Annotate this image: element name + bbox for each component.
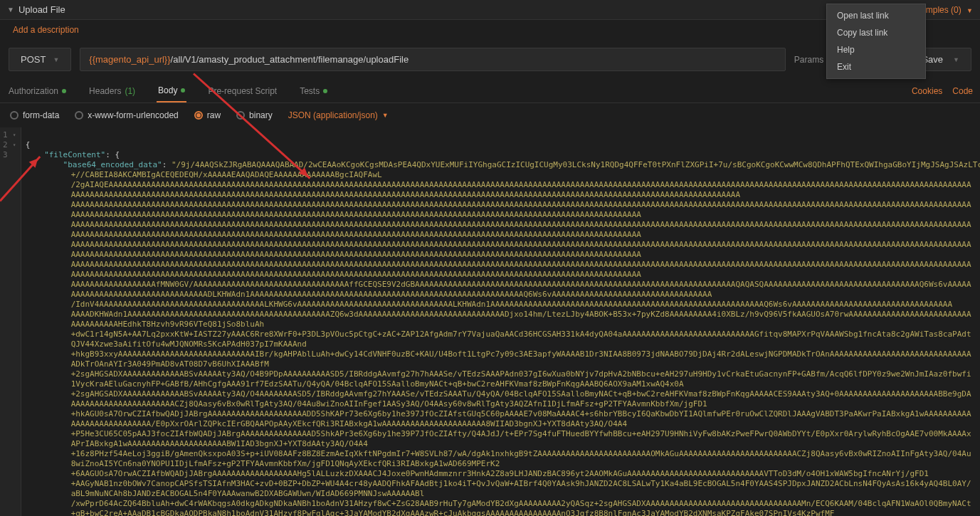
- radio-raw[interactable]: raw: [194, 110, 221, 120]
- json-editor[interactable]: 1▾ 2▾ 3 { "fileContent": { "base64_encod…: [0, 127, 980, 516]
- url-variable: {{magento_api_url}}: [89, 54, 170, 65]
- code-link[interactable]: Code: [952, 86, 973, 96]
- chevron-down-icon: ▼: [53, 56, 59, 63]
- radio-urlencoded[interactable]: x-www-form-urlencoded: [75, 110, 178, 120]
- context-menu: Open last link Copy last link Help Exit: [826, 4, 926, 79]
- tab-prerequest[interactable]: Pre-request Script: [206, 80, 278, 102]
- status-dot-icon: [181, 88, 185, 93]
- url-input[interactable]: {{magento_api_url}}/all/V1/amasty_produc…: [80, 48, 785, 71]
- code-content[interactable]: { "fileContent": { "base64_encoded_data"…: [21, 127, 980, 516]
- tab-authorization[interactable]: Authorization: [7, 80, 68, 102]
- body-type-selector: form-data x-www-form-urlencoded raw bina…: [0, 103, 980, 127]
- line-gutter: 1▾ 2▾ 3: [0, 127, 21, 516]
- radio-form-data[interactable]: form-data: [10, 110, 59, 120]
- tab-body[interactable]: Body: [157, 80, 186, 102]
- menu-exit[interactable]: Exit: [827, 58, 925, 75]
- collapse-icon[interactable]: ▼: [7, 6, 14, 14]
- radio-binary[interactable]: binary: [236, 110, 273, 120]
- chevron-down-icon: ▼: [953, 56, 959, 63]
- chevron-down-icon: ▼: [966, 7, 973, 14]
- tab-tests[interactable]: Tests: [298, 80, 329, 102]
- tab-headers[interactable]: Headers (1): [88, 80, 137, 102]
- add-description-link[interactable]: Add a description: [13, 25, 79, 35]
- chevron-down-icon: ▼: [382, 112, 389, 119]
- menu-copy-last-link[interactable]: Copy last link: [827, 24, 925, 41]
- request-title: Upload File: [19, 4, 65, 15]
- cookies-link[interactable]: Cookies: [912, 86, 942, 96]
- status-dot-icon: [62, 89, 66, 93]
- content-type-select[interactable]: JSON (application/json) ▼: [288, 110, 389, 120]
- menu-help[interactable]: Help: [827, 41, 925, 58]
- params-link[interactable]: Params: [794, 55, 823, 65]
- request-tabs: Authorization Headers (1) Body Pre-reque…: [0, 80, 980, 103]
- menu-open-last-link[interactable]: Open last link: [827, 7, 925, 24]
- status-dot-icon: [323, 89, 327, 93]
- http-method-select[interactable]: POST ▼: [9, 48, 71, 71]
